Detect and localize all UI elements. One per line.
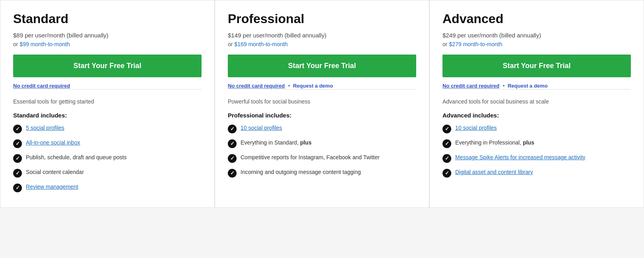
feature-list-professional: 10 social profiles Everything in Standar… [228,124,416,178]
feature-list-advanced: 10 social profiles Everything in Profess… [442,124,631,178]
plan-footer-links-professional: No credit card required • Request a demo [228,82,416,89]
plan-price-monthly-standard: or $99 month-to-month [13,41,202,47]
plan-includes-label-advanced: Advanced includes: [442,112,631,119]
plan-footer-links-standard: No credit card required [13,82,202,89]
feature-item-standard-4: Review management [13,183,202,192]
plan-card-standard: Standard $89 per user/month (billed annu… [0,0,215,208]
feature-text-standard-3: Social content calendar [26,168,84,176]
feature-text-advanced-1: Everything in Professional, plus [455,139,534,147]
feature-item-standard-1: All-in-one social inbox [13,139,202,148]
monthly-price-advanced: $279 month-to-month [449,41,502,47]
trial-button-advanced[interactable]: Start Your Free Trial [442,55,631,77]
bullet-sep-advanced: • [503,83,506,89]
check-icon-professional-1 [228,139,237,148]
plan-tagline-advanced: Advanced tools for social business at sc… [442,98,631,105]
check-icon-professional-0 [228,125,237,133]
feature-item-professional-0: 10 social profiles [228,124,416,133]
request-demo-link-professional[interactable]: Request a demo [293,83,333,89]
check-icon-professional-3 [228,169,237,178]
feature-item-advanced-3: Digital asset and content library [442,168,631,178]
check-icon-advanced-2 [442,154,451,163]
feature-text-standard-2: Publish, schedule, draft and queue posts [26,154,127,162]
plan-price-monthly-professional: or $169 month-to-month [228,41,416,47]
plan-bottom-advanced: Advanced tools for social business at sc… [442,89,631,178]
plan-tagline-professional: Powerful tools for social business [228,98,416,105]
plan-includes-label-professional: Professional includes: [228,112,416,119]
feature-item-standard-2: Publish, schedule, draft and queue posts [13,154,202,163]
pricing-grid: Standard $89 per user/month (billed annu… [0,0,644,208]
check-icon-standard-3 [13,169,22,178]
request-demo-link-advanced[interactable]: Request a demo [508,83,548,89]
check-icon-advanced-1 [442,139,451,148]
check-icon-advanced-3 [442,169,451,178]
plan-price-annual-standard: $89 per user/month (billed annually) [13,32,202,39]
plan-top-advanced: Advanced $249 per user/month (billed ann… [442,12,631,89]
feature-item-professional-1: Everything in Standard, plus [228,139,416,148]
feature-item-advanced-0: 10 social profiles [442,124,631,133]
feature-link-standard-1[interactable]: All-in-one social inbox [26,139,80,147]
feature-link-standard-0[interactable]: 5 social profiles [26,124,65,132]
monthly-price-professional: $169 month-to-month [234,41,288,47]
trial-button-professional[interactable]: Start Your Free Trial [228,55,416,77]
plan-price-monthly-advanced: or $279 month-to-month [442,41,631,47]
feature-link-professional-0[interactable]: 10 social profiles [241,124,282,132]
feature-link-advanced-3[interactable]: Digital asset and content library [455,168,533,176]
check-icon-advanced-0 [442,125,451,133]
no-credit-text-professional: No credit card required [228,83,285,89]
plan-top-professional: Professional $149 per user/month (billed… [228,12,416,89]
bullet-sep-professional: • [288,83,292,89]
check-icon-professional-2 [228,154,237,163]
feature-item-advanced-1: Everything in Professional, plus [442,139,631,148]
feature-item-standard-0: 5 social profiles [13,124,202,133]
feature-text-professional-3: Incoming and outgoing message content ta… [241,168,361,176]
plan-bottom-professional: Powerful tools for social business Profe… [228,89,416,178]
plan-footer-links-advanced: No credit card required • Request a demo [442,82,631,89]
plan-includes-label-standard: Standard includes: [13,112,202,119]
check-icon-standard-4 [13,184,22,192]
check-icon-standard-1 [13,139,22,148]
check-icon-standard-0 [13,125,22,133]
feature-text-professional-1: Everything in Standard, plus [241,139,311,147]
plan-name-professional: Professional [228,12,416,26]
plan-name-advanced: Advanced [442,12,631,26]
feature-link-advanced-0[interactable]: 10 social profiles [455,124,497,132]
no-credit-text-advanced: No credit card required [442,83,499,89]
check-icon-standard-2 [13,154,22,163]
plan-price-annual-advanced: $249 per user/month (billed annually) [442,32,631,39]
feature-text-professional-2: Competitive reports for Instagram, Faceb… [241,154,380,162]
plan-card-advanced: Advanced $249 per user/month (billed ann… [429,0,644,208]
plan-top-standard: Standard $89 per user/month (billed annu… [13,12,202,89]
feature-item-professional-2: Competitive reports for Instagram, Faceb… [228,154,416,163]
plan-price-annual-professional: $149 per user/month (billed annually) [228,32,416,39]
feature-list-standard: 5 social profiles All-in-one social inbo… [13,124,202,192]
plan-card-professional: Professional $149 per user/month (billed… [215,0,429,208]
plan-bottom-standard: Essential tools for getting started Stan… [13,89,202,192]
feature-link-advanced-2[interactable]: Message Spike Alerts for increased messa… [455,154,585,162]
feature-link-standard-4[interactable]: Review management [26,183,78,191]
feature-item-standard-3: Social content calendar [13,168,202,178]
plan-name-standard: Standard [13,12,202,26]
feature-item-advanced-2: Message Spike Alerts for increased messa… [442,154,631,163]
monthly-price-standard: $99 month-to-month [20,41,70,47]
trial-button-standard[interactable]: Start Your Free Trial [13,55,202,77]
plan-tagline-standard: Essential tools for getting started [13,98,202,105]
no-credit-text-standard: No credit card required [13,83,70,89]
feature-item-professional-3: Incoming and outgoing message content ta… [228,168,416,178]
